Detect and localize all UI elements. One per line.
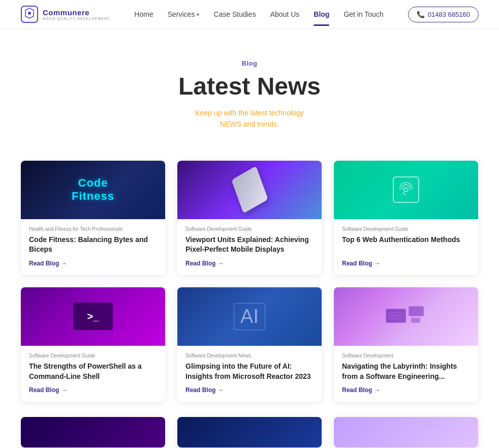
nav-item-services[interactable]: Services ▾: [168, 10, 200, 18]
card-read-link-4[interactable]: Read Blog →: [185, 386, 314, 394]
navbar: Communere AGILE QUALITY DEVELOPMENT Home…: [0, 0, 499, 29]
ai-text-graphic: AI: [234, 303, 265, 330]
card-category-4: Software Development News: [185, 353, 314, 359]
logo-icon: [20, 5, 39, 23]
blog-grid-partial: [11, 417, 488, 448]
card-image-0: CodeFitness: [21, 161, 165, 219]
arrow-icon-0: →: [61, 260, 67, 267]
nav-item-contact[interactable]: Get in Touch: [344, 10, 383, 19]
card-body-0: Health and Fitness for Tech Professional…: [21, 219, 165, 275]
card-body-5: Software Development Navigating the Laby…: [334, 346, 478, 402]
card-image-3: >_: [21, 287, 165, 346]
card-body-2: Software Development Guide Top 6 Web Aut…: [334, 219, 478, 275]
hero-subtitle-line2: NEWS and trends.: [220, 120, 279, 128]
partial-card-2: [334, 417, 478, 447]
fingerprint-icon: [397, 181, 415, 199]
card-image-1: [177, 161, 322, 219]
nav-item-about[interactable]: About Us: [270, 10, 300, 19]
card-read-link-5[interactable]: Read Blog →: [342, 386, 470, 394]
card-category-5: Software Development: [342, 353, 470, 359]
nav-link-contact[interactable]: Get in Touch: [344, 10, 383, 18]
partial-card-1: [177, 417, 322, 447]
hero-subtitle: Keep up with the latest technology NEWS …: [10, 107, 489, 130]
nav-link-blog[interactable]: Blog: [314, 10, 329, 18]
logo-text: Communere AGILE QUALITY DEVELOPMENT: [43, 8, 110, 20]
card-image-5: [334, 287, 478, 346]
svg-point-3: [404, 188, 408, 192]
arrow-icon-2: →: [374, 260, 380, 267]
card-category-3: Software Development Guide: [29, 353, 157, 359]
card-title-3: The Strengths of PowerShell as a Command…: [29, 362, 157, 381]
labyrinth-graphic: [381, 298, 431, 334]
card-body-1: Software Development Guide Viewport Unit…: [177, 219, 322, 275]
blog-card-1: Software Development Guide Viewport Unit…: [177, 161, 322, 275]
logo-name: Communere: [43, 8, 110, 17]
hero-title: Latest News: [10, 72, 489, 100]
arrow-icon-4: →: [217, 386, 224, 394]
hero-subtitle-line1: Keep up with the latest technology: [195, 109, 303, 117]
phone-graphic: [231, 166, 268, 214]
card-read-link-3[interactable]: Read Blog →: [29, 386, 157, 394]
svg-rect-5: [409, 306, 424, 316]
hero-section: Blog Latest News Keep up with the latest…: [0, 29, 499, 145]
card-body-3: Software Development Guide The Strengths…: [21, 346, 165, 402]
card-read-link-2[interactable]: Read Blog →: [342, 260, 470, 267]
card-category-2: Software Development Guide: [342, 226, 470, 232]
card-read-link-0[interactable]: Read Blog →: [29, 260, 157, 267]
nav-link-about[interactable]: About Us: [270, 10, 300, 18]
blog-card-0: CodeFitness Health and Fitness for Tech …: [21, 161, 165, 275]
phone-number: 01483 685160: [428, 11, 470, 18]
card-title-5: Navigating the Labyrinth: Insights from …: [342, 362, 470, 381]
nav-link-case-studies[interactable]: Case Studies: [213, 10, 256, 18]
arrow-icon-1: →: [217, 260, 224, 267]
hero-label: Blog: [10, 59, 489, 67]
phone-button[interactable]: 📞 01483 685160: [408, 7, 479, 22]
card-title-0: Code Fitness: Balancing Bytes and Biceps: [29, 235, 157, 255]
nav-link-home[interactable]: Home: [134, 10, 153, 18]
card-category-0: Health and Fitness for Tech Professional…: [29, 226, 157, 232]
card-body-4: Software Development News Glimpsing into…: [177, 346, 322, 402]
svg-point-2: [28, 12, 31, 15]
nav-links: Home Services ▾ Case Studies About Us Bl…: [134, 10, 383, 19]
card-image-2: [334, 161, 478, 219]
blog-card-4: AI Software Development News Glimpsing i…: [177, 287, 322, 402]
chevron-graphic: >_: [87, 311, 99, 322]
arrow-icon-5: →: [374, 386, 380, 394]
arrow-icon-3: →: [61, 386, 67, 394]
nav-item-case-studies[interactable]: Case Studies: [213, 10, 256, 19]
card-category-1: Software Development Guide: [185, 226, 314, 232]
phone-icon: 📞: [417, 11, 425, 18]
logo-tagline: AGILE QUALITY DEVELOPMENT: [43, 17, 110, 20]
nav-link-services[interactable]: Services ▾: [168, 10, 200, 18]
nav-item-home[interactable]: Home: [134, 10, 153, 19]
nav-item-blog[interactable]: Blog: [314, 10, 329, 19]
card-read-link-1[interactable]: Read Blog →: [185, 260, 314, 267]
laptop-graphic: >_: [73, 303, 113, 330]
logo[interactable]: Communere AGILE QUALITY DEVELOPMENT: [20, 5, 110, 23]
blog-card-5: Software Development Navigating the Laby…: [334, 287, 478, 402]
blog-grid: CodeFitness Health and Fitness for Tech …: [11, 161, 488, 402]
partial-card-0: [21, 417, 165, 447]
fingerprint-graphic: [393, 176, 419, 203]
blog-card-3: >_ Software Development Guide The Streng…: [21, 287, 165, 402]
card-title-4: Glimpsing into the Future of AI: Insight…: [185, 362, 314, 381]
card-title-2: Top 6 Web Authentication Methods: [342, 235, 470, 255]
card-title-1: Viewport Units Explained: Achieving Pixe…: [185, 235, 314, 255]
svg-rect-6: [411, 318, 420, 323]
blog-card-2: Software Development Guide Top 6 Web Aut…: [334, 161, 478, 275]
card-image-4: AI: [177, 287, 322, 346]
chevron-down-icon: ▾: [197, 12, 199, 17]
